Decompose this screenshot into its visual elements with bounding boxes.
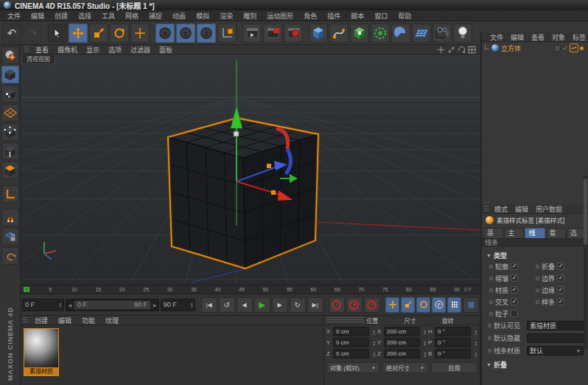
rot-h-input[interactable]: 0 ° <box>435 327 471 336</box>
vp-menu-filter[interactable]: 过滤器 <box>126 45 155 55</box>
enable-axis-button[interactable] <box>1 185 19 203</box>
line-material-dropdown[interactable]: 默认▼ <box>527 346 584 355</box>
vp-menu-view[interactable]: 查看 <box>31 45 53 55</box>
recent-tool-button[interactable] <box>130 24 150 43</box>
render-picture-button[interactable] <box>263 24 282 43</box>
checkbox-outline[interactable]: 轮廓✓ <box>489 260 536 272</box>
sketch-style-tag[interactable] <box>570 44 578 52</box>
panel-grip-icon[interactable] <box>23 317 27 324</box>
attribute-scrollbar[interactable] <box>584 176 587 350</box>
coordinate-system-button[interactable] <box>217 24 237 43</box>
mat-menu-texture[interactable]: 纹理 <box>100 316 124 325</box>
om-menu-view[interactable]: 查看 <box>528 32 548 42</box>
current-frame-spinner[interactable]: 0 F ▴▾ <box>22 299 64 311</box>
menu-tools[interactable]: 工具 <box>97 11 120 21</box>
spinner-arrows-icon[interactable]: ▴▾ <box>475 340 477 346</box>
add-light-button[interactable] <box>453 24 472 43</box>
panel-grip-icon[interactable] <box>326 317 364 324</box>
anim-dot-icon[interactable] <box>536 265 539 268</box>
add-floor-button[interactable] <box>412 24 431 43</box>
workplane-rotate-button[interactable] <box>1 247 19 265</box>
om-menu-objects[interactable]: 对象 <box>548 32 569 42</box>
autokey-button[interactable]: ● <box>346 297 363 313</box>
edges-mode-button[interactable] <box>1 142 19 160</box>
anim-dot-icon[interactable] <box>489 312 493 316</box>
mat-menu-edit[interactable]: 编辑 <box>53 316 77 325</box>
menu-help[interactable]: 帮助 <box>393 11 416 21</box>
pan-view-icon[interactable] <box>437 46 445 54</box>
anim-dot-icon[interactable] <box>489 288 493 292</box>
am-menu-mode[interactable]: 模式 <box>491 204 511 214</box>
add-environment-button[interactable] <box>391 24 410 43</box>
add-spline-button[interactable] <box>329 24 349 43</box>
default-visible-input[interactable]: 素描材质 <box>527 321 584 330</box>
apply-button[interactable]: 应用 <box>431 362 477 373</box>
group-folds[interactable]: ▼ 折叠 <box>482 359 588 370</box>
spinner-arrows-icon[interactable]: ▴▾ <box>424 329 426 335</box>
size-z-input[interactable]: 200 cm <box>384 349 420 358</box>
menu-script[interactable]: 脚本 <box>346 11 369 21</box>
spinner-arrows-icon[interactable]: ▴▾ <box>373 351 375 357</box>
model-mode-button[interactable] <box>1 66 19 83</box>
material-thumbnail[interactable] <box>24 329 58 367</box>
checkbox-icon[interactable]: ✓ <box>511 263 518 270</box>
key-position-toggle[interactable] <box>385 297 399 313</box>
pos-x-input[interactable]: 0 cm <box>333 327 369 336</box>
coords-mode-dropdown[interactable]: 对象 (相对)▼ <box>326 362 379 373</box>
menu-create[interactable]: 创建 <box>49 11 73 21</box>
layer-toggle-icon[interactable] <box>554 45 561 52</box>
key-rotation-toggle[interactable] <box>416 297 430 313</box>
goto-end-button[interactable]: ▶| <box>307 297 323 313</box>
keying-settings-button[interactable] <box>463 297 479 313</box>
object-name[interactable]: 立方体 <box>501 44 521 53</box>
anim-dot-icon[interactable] <box>488 324 491 327</box>
checkbox-folds[interactable]: 折叠✓ <box>536 260 582 272</box>
checkbox-icon[interactable]: ✓ <box>511 310 518 317</box>
spinner-arrows-icon[interactable]: ▴▾ <box>373 340 375 346</box>
play-button[interactable]: ▶ <box>254 297 270 313</box>
goto-start-button[interactable]: |◀ <box>201 297 217 313</box>
workplane-mode-button[interactable] <box>1 104 19 122</box>
play-forward-button[interactable]: ↻ <box>290 297 306 313</box>
vp-menu-display[interactable]: 显示 <box>82 45 104 55</box>
panel-grip-icon[interactable] <box>24 46 29 53</box>
redo-button[interactable]: ↷ <box>23 24 42 43</box>
key-scale-toggle[interactable] <box>401 297 415 313</box>
checkbox-icon[interactable]: ✓ <box>511 274 518 282</box>
points-mode-button[interactable] <box>1 123 19 141</box>
checkbox-creases[interactable]: 褶皱✓ <box>489 272 536 284</box>
add-camera-button[interactable] <box>433 24 452 43</box>
om-menu-file[interactable]: 文件 <box>486 32 507 42</box>
checkbox-icon[interactable]: ✓ <box>557 263 564 270</box>
anim-dot-icon[interactable] <box>536 288 539 292</box>
default-hidden-input[interactable] <box>527 333 584 343</box>
coords-size-dropdown[interactable]: 绝对尺寸▼ <box>382 362 428 373</box>
snap-button[interactable] <box>1 209 19 226</box>
tab-basic[interactable]: 基本 <box>483 228 503 238</box>
om-menu-edit[interactable]: 编辑 <box>507 32 528 42</box>
spinner-arrows-icon[interactable]: ▴▾ <box>60 302 62 308</box>
range-right-arrow-icon[interactable]: ▶ <box>152 302 158 308</box>
toggle-view-icon[interactable] <box>468 46 476 54</box>
group-type[interactable]: ▼ 类型 <box>482 250 588 260</box>
render-view-button[interactable] <box>242 24 262 43</box>
title-bar[interactable]: CINEMA 4D R15.057 Studio - [未标题 1 *] <box>0 0 588 10</box>
viewport-canvas[interactable] <box>21 55 480 285</box>
menu-file[interactable]: 文件 <box>2 11 26 21</box>
viewport-tab[interactable]: 透视视图 <box>21 55 55 64</box>
gizmo-x-handle[interactable] <box>271 190 276 195</box>
timeline-ruler[interactable]: 0 5 10 15 20 25 30 35 40 45 50 55 60 65 … <box>21 285 480 294</box>
mat-menu-create[interactable]: 创建 <box>29 316 53 325</box>
y-axis-lock-button[interactable]: Y <box>176 24 195 43</box>
tag-dot-icon[interactable] <box>580 46 584 50</box>
menu-edit[interactable]: 编辑 <box>26 11 49 21</box>
make-editable-button[interactable] <box>1 46 19 64</box>
menu-animate[interactable]: 动画 <box>167 11 191 21</box>
menu-select[interactable]: 选择 <box>73 11 97 21</box>
material-name[interactable]: 素描材质 <box>24 367 58 375</box>
rot-b-input[interactable]: 0 ° <box>435 349 471 358</box>
checkbox-material[interactable]: 材质✓ <box>489 284 536 296</box>
render-settings-button[interactable] <box>284 24 303 43</box>
spinner-arrows-icon[interactable]: ▴▾ <box>475 329 477 335</box>
add-deformer-button[interactable] <box>371 24 390 43</box>
